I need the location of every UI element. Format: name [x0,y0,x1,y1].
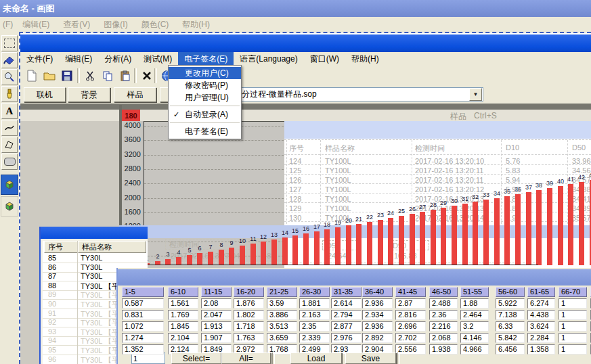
bottom-table-cell[interactable]: 2.87 [395,298,426,309]
bottom-table-cell[interactable]: 2.488 [429,298,458,309]
bottom-table-header[interactable]: 56-60 [496,287,525,297]
left-table-header[interactable]: 序号 [44,241,78,253]
bottom-table-header[interactable]: 41-45 [395,287,426,297]
sop-selector[interactable]: 分过程-微量样品.sop ▼ [238,87,483,101]
bottom-table-cell[interactable]: 3.2 [460,321,489,332]
bottom-table-header[interactable]: 46-50 [429,287,458,297]
bottom-table-cell[interactable]: 2.339 [299,333,330,343]
tool-select-icon[interactable] [1,35,18,51]
new-icon[interactable] [24,68,39,83]
left-table-header[interactable]: 样品名称 [78,241,146,253]
tool-magnifier-icon[interactable] [1,69,18,85]
bottom-table-cell[interactable]: 1 [559,310,587,320]
bottom-table-cell[interactable]: 2.614 [331,298,362,309]
bottom-table-cell[interactable]: 2.696 [395,321,426,332]
bottom-table-cell[interactable]: 1.938 [429,344,458,355]
tool-rounded-rect-icon[interactable] [1,154,18,170]
paint-menu-item-0[interactable]: (F) [0,20,16,29]
bottom-table-cell[interactable]: 2.35 [299,321,330,332]
bottom-table-header[interactable]: 6-10 [168,287,198,297]
bottom-table-cell[interactable]: 2.934 [362,310,393,320]
bottom-table-cell[interactable]: 3.513 [267,321,297,332]
bottom-table-cell[interactable]: 2.936 [362,298,393,309]
bottom-table-cell[interactable]: 1.802 [234,310,264,320]
app-menu-item-1[interactable]: 编辑(E) [59,52,98,66]
bottom-table-cell[interactable]: 1.763 [234,333,264,343]
bottom-table-cell[interactable]: 1.881 [299,298,330,309]
bottom-table-cell[interactable]: 7.138 [496,310,525,320]
bottom-table-cell[interactable]: 4.966 [460,344,489,355]
bottom-table-cell[interactable]: 2.104 [168,333,198,343]
bottom-table-cell[interactable]: 4.146 [460,333,489,343]
save-button[interactable]: Save [345,352,396,364]
bottom-table-cell[interactable]: 2.794 [331,310,362,320]
tool-option-selection-transparent-icon[interactable] [1,196,18,217]
tool-polygon-icon[interactable] [1,137,18,153]
cut-icon[interactable] [83,68,97,83]
app-titlebar[interactable] [20,35,591,52]
bottom-table-header[interactable]: 36-40 [362,287,393,297]
bottom-table-header[interactable]: 51-55 [460,287,489,297]
bottom-table-cell[interactable]: 2.702 [395,333,426,343]
bottom-table-cell[interactable]: 2.284 [527,333,555,343]
bottom-table-cell[interactable]: 6.274 [527,298,555,309]
sample-list-titlebar[interactable] [41,227,148,239]
bottom-table-cell[interactable]: 2.047 [201,310,232,320]
bottom-table-cell[interactable]: 3.886 [267,310,297,320]
bottom-table-cell[interactable]: 2.08 [201,298,232,309]
bottom-table-cell[interactable]: 2.976 [331,333,362,343]
bottom-table-cell[interactable]: 0.587 [122,298,164,309]
menu-item-1[interactable]: 修改密码(P) [169,79,241,91]
distribution-titlebar[interactable] [118,269,591,286]
load-button[interactable]: Load [290,352,342,364]
bottom-table-cell[interactable]: 1 [559,344,587,355]
bottom-table-cell[interactable]: 2.36 [429,310,458,320]
bottom-table-cell[interactable]: 2.892 [362,333,393,343]
bottom-table-header[interactable]: 11-15 [201,287,232,297]
bottom-table-cell[interactable]: 1.88 [460,298,489,309]
bottom-table-cell[interactable]: 1.072 [122,321,164,332]
tool-option-selection-opaque-icon[interactable] [1,175,18,195]
open-icon[interactable] [42,68,57,83]
paint-menu-item-5[interactable]: 帮助(H) [175,19,217,30]
bottom-table-cell[interactable]: 1 [559,298,587,309]
bottom-table-cell[interactable]: 4.438 [527,310,555,320]
bottom-table-cell[interactable]: 1.352 [122,344,164,355]
toolbar-button-联机[interactable]: 联机 [24,87,66,102]
tool-curve-icon[interactable] [1,120,18,136]
bottom-table-cell[interactable]: 1.845 [168,321,198,332]
bottom-table-cell[interactable]: 1.718 [234,321,264,332]
bottom-table-cell[interactable]: 1.358 [527,344,555,355]
all-button[interactable]: All= [221,352,271,364]
list-item[interactable]: 85TY30L [43,254,148,263]
bottom-table-cell[interactable]: 2.216 [429,321,458,332]
bottom-table-header[interactable]: 16-20 [234,287,264,297]
combo-dropdown-button[interactable]: ▼ [469,88,482,101]
paint-menu-item-4[interactable]: 颜色(C) [135,19,176,30]
save-icon[interactable] [60,68,74,83]
app-menu-item-2[interactable]: 分析(A) [98,52,137,66]
bottom-table-cell[interactable]: 1 [559,321,587,332]
bottom-table-cell[interactable]: 1.907 [201,333,232,343]
toolbar-button-样品[interactable]: 样品 [114,87,156,102]
menu-item-4[interactable]: 自动登录(A)✓ [169,108,241,120]
copy-icon[interactable] [100,68,115,83]
bottom-table-header[interactable]: 31-35 [331,287,362,297]
tool-brush-icon[interactable] [1,86,18,102]
bottom-table-cell[interactable]: 5.922 [496,298,525,309]
bottom-table-cell[interactable]: 1.769 [168,310,198,320]
paste-icon[interactable] [118,68,133,83]
bottom-table-header[interactable]: 21-25 [267,287,297,297]
menu-item-6[interactable]: 电子签名(E) [169,125,241,137]
menu-item-0[interactable]: 更改用户(C) [169,67,241,79]
delete-icon[interactable] [139,68,154,83]
bottom-table-cell[interactable]: 2.936 [362,321,393,332]
menu-item-2[interactable]: 用户管理(U) [169,91,241,104]
bottom-table-cell[interactable]: 6.33 [496,321,525,332]
bottom-table-cell[interactable]: 5.842 [496,333,525,343]
bottom-table-cell[interactable]: 1.561 [168,298,198,309]
bottom-table-cell[interactable]: 2.877 [331,321,362,332]
bottom-table-cell[interactable]: 3.659 [267,333,297,343]
app-menu-item-0[interactable]: 文件(F) [20,52,59,66]
paint-menu-item-2[interactable]: 查看(V) [56,19,97,30]
